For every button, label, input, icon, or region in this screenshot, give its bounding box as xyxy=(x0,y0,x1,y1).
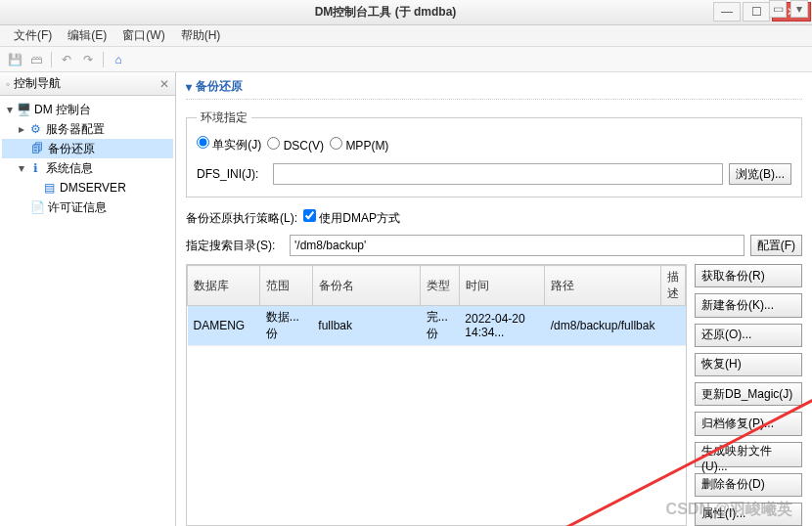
menu-edit[interactable]: 编辑(E) xyxy=(60,27,114,44)
searchdir-input[interactable] xyxy=(290,235,744,256)
archive-repair-button[interactable]: 归档修复(P)... xyxy=(695,412,802,435)
radio-mpp[interactable]: MPP(M) xyxy=(330,137,388,153)
undo-icon[interactable]: ↶ xyxy=(58,51,75,68)
menu-help[interactable]: 帮助(H) xyxy=(173,27,229,44)
menu-window[interactable]: 窗口(W) xyxy=(114,27,172,44)
env-legend: 环境指定 xyxy=(197,110,251,126)
new-backup-button[interactable]: 新建备份(K)... xyxy=(695,293,802,317)
recover-button[interactable]: 恢复(H) xyxy=(695,353,802,376)
tree-sysinfo[interactable]: ▾ ℹ 系统信息 xyxy=(2,158,173,178)
tree-root[interactable]: ▾ 🖥️ DM 控制台 xyxy=(2,100,173,119)
dropdown-icon[interactable]: ▾ xyxy=(790,0,808,18)
minimize-button[interactable]: — xyxy=(713,2,741,22)
policy-label: 备份还原执行策略(L): xyxy=(186,210,297,227)
col-type[interactable]: 类型 xyxy=(421,266,460,306)
dfs-input[interactable] xyxy=(273,163,723,185)
maximize-button[interactable]: ☐ xyxy=(743,2,770,22)
searchdir-label: 指定搜索目录(S): xyxy=(186,238,284,254)
radio-dsc[interactable]: DSC(V) xyxy=(267,137,324,153)
col-name[interactable]: 备份名 xyxy=(312,266,420,306)
sidebar-tab[interactable]: ◦ 控制导航 ✕ xyxy=(0,72,175,96)
col-db[interactable]: 数据库 xyxy=(188,266,260,306)
mapfile-button[interactable]: 生成映射文件(U)... xyxy=(695,442,802,467)
license-icon: 📄 xyxy=(29,199,45,215)
tree-server-config[interactable]: ▸ ⚙ 服务器配置 xyxy=(2,119,173,139)
browse-button[interactable]: 浏览(B)... xyxy=(729,163,791,185)
dmap-checkbox[interactable]: 使用DMAP方式 xyxy=(303,209,400,227)
window-title: DM控制台工具 (于 dmdba) xyxy=(59,4,712,21)
save-icon[interactable]: 💾 xyxy=(6,51,23,68)
home-icon[interactable]: ⌂ xyxy=(110,51,127,68)
gear-icon: ⚙ xyxy=(27,121,43,137)
view-toggle-icon[interactable]: ▭ xyxy=(769,0,787,18)
dfs-label: DFS_INI(J): xyxy=(197,167,267,181)
info-icon: ℹ xyxy=(27,160,43,176)
collapse-icon[interactable]: ▾ xyxy=(186,80,192,94)
fetch-backup-button[interactable]: 获取备份(R) xyxy=(695,264,802,287)
tree-dmserver[interactable]: ▤ DMSERVER xyxy=(2,178,173,197)
col-range[interactable]: 范围 xyxy=(260,266,313,306)
pin-icon[interactable]: ✕ xyxy=(159,77,169,91)
properties-button[interactable]: 属性(I)... xyxy=(695,503,802,526)
delete-backup-button[interactable]: 删除备份(D) xyxy=(695,473,802,497)
content-title: 备份还原 xyxy=(196,78,243,95)
tree-backup-restore[interactable]: 🗐 备份还原 xyxy=(2,139,173,158)
col-time[interactable]: 时间 xyxy=(459,266,544,306)
sidebar-tab-label: 控制导航 xyxy=(14,75,61,92)
saveall-icon[interactable]: 🗃 xyxy=(27,51,45,68)
configure-button[interactable]: 配置(F) xyxy=(750,235,802,256)
backup-icon: 🗐 xyxy=(29,141,45,156)
menu-file[interactable]: 文件(F) xyxy=(6,27,60,44)
update-dbmagic-button[interactable]: 更新DB_Magic(J) xyxy=(695,382,802,406)
radio-single[interactable]: 单实例(J) xyxy=(197,136,261,153)
tree-license[interactable]: 📄 许可证信息 xyxy=(2,197,173,217)
redo-icon[interactable]: ↷ xyxy=(79,51,97,68)
server-icon: ▤ xyxy=(41,180,57,196)
col-desc[interactable]: 描述 xyxy=(661,266,686,306)
table-row[interactable]: DAMENG 数据...份 fullbak 完...份 2022-04-20 1… xyxy=(188,306,686,346)
console-icon: 🖥️ xyxy=(16,102,31,117)
col-path[interactable]: 路径 xyxy=(545,266,661,306)
restore-button[interactable]: 还原(O)... xyxy=(695,324,802,347)
